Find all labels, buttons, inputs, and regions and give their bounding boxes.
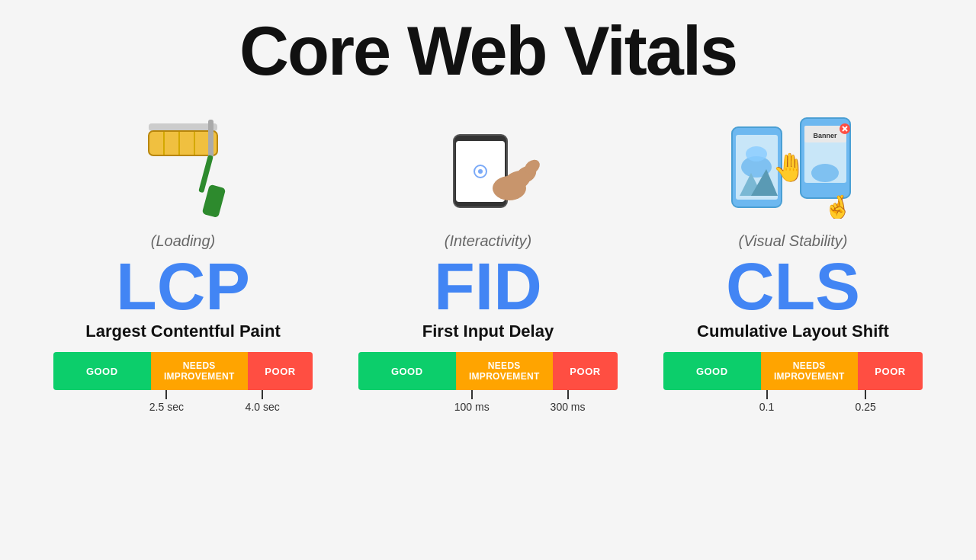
cls-marker-label-2: 0.25 — [856, 401, 876, 413]
lcp-marker-2: 4.0 sec — [246, 390, 280, 413]
svg-rect-7 — [202, 184, 226, 218]
lcp-category: (Loading) — [151, 232, 216, 250]
cls-marker-line-2 — [865, 390, 866, 399]
fid-bar-poor: POOR — [553, 352, 618, 390]
cls-markers: 0.1 0.25 — [663, 390, 923, 413]
cls-acronym: CLS — [726, 253, 860, 320]
cls-bar-good: GOOD — [663, 352, 761, 390]
lcp-marker-line-2 — [262, 390, 263, 399]
lcp-bar-poor: POOR — [248, 352, 313, 390]
lcp-bar-container: GOOD NEEDSIMPROVEMENT POOR 2.5 sec 4.0 s… — [53, 352, 313, 413]
lcp-marker-label-1: 2.5 sec — [149, 401, 184, 413]
svg-rect-1 — [149, 131, 217, 155]
fid-marker-1: 100 ms — [454, 390, 490, 413]
svg-rect-0 — [149, 123, 217, 131]
cls-name: Cumulative Layout Shift — [697, 322, 889, 341]
lcp-marker-1: 2.5 sec — [149, 390, 184, 413]
fid-marker-label-1: 100 ms — [454, 401, 490, 413]
lcp-bar-needs: NEEDSIMPROVEMENT — [151, 352, 249, 390]
fid-acronym: FID — [434, 253, 542, 320]
svg-text:🤚: 🤚 — [772, 151, 807, 184]
fid-marker-line-1 — [471, 390, 473, 399]
fid-metric-bar: GOOD NEEDSIMPROVEMENT POOR — [358, 352, 618, 390]
fid-bar-needs: NEEDSIMPROVEMENT — [456, 352, 554, 390]
fid-icon — [427, 104, 549, 226]
cls-metric-bar: GOOD NEEDSIMPROVEMENT POOR — [663, 352, 923, 390]
lcp-card: (Loading) LCP Largest Contentful Paint G… — [46, 97, 320, 560]
fid-marker-line-2 — [567, 390, 569, 399]
lcp-marker-line-1 — [165, 390, 167, 399]
lcp-acronym: LCP — [116, 253, 250, 320]
lcp-metric-bar: GOOD NEEDSIMPROVEMENT POOR — [53, 352, 313, 390]
lcp-icon — [133, 104, 233, 226]
fid-category: (Interactivity) — [445, 232, 531, 250]
cls-category: (Visual Stability) — [738, 232, 847, 250]
cls-card: Banner 🤚 🤞 (Visual Stability) CLS Cumula… — [656, 97, 930, 560]
lcp-name: Largest Contentful Paint — [85, 322, 280, 341]
page-title: Core Web Vitals — [239, 14, 737, 89]
cls-bar-needs: NEEDSIMPROVEMENT — [761, 352, 859, 390]
cls-marker-label-1: 0.1 — [759, 401, 774, 413]
cls-marker-line-1 — [766, 390, 768, 399]
fid-markers: 100 ms 300 ms — [358, 390, 618, 413]
cls-icon: Banner 🤚 🤞 — [724, 104, 862, 226]
fid-bar-good: GOOD — [358, 352, 456, 390]
svg-text:Banner: Banner — [813, 132, 837, 139]
svg-point-13 — [493, 176, 526, 200]
vitals-container: (Loading) LCP Largest Contentful Paint G… — [0, 97, 976, 560]
cls-marker-1: 0.1 — [759, 390, 774, 413]
fid-marker-label-2: 300 ms — [551, 401, 586, 413]
lcp-markers: 2.5 sec 4.0 sec — [53, 390, 313, 413]
lcp-marker-label-2: 4.0 sec — [246, 401, 280, 413]
fid-bar-container: GOOD NEEDSIMPROVEMENT POOR 100 ms 300 ms — [358, 352, 618, 413]
lcp-bar-good: GOOD — [53, 352, 151, 390]
svg-text:🤞: 🤞 — [824, 194, 852, 219]
svg-point-15 — [478, 169, 483, 174]
fid-card: (Interactivity) FID First Input Delay GO… — [351, 97, 625, 560]
cls-marker-2: 0.25 — [856, 390, 876, 413]
cls-bar-poor: POOR — [858, 352, 923, 390]
svg-rect-5 — [208, 120, 214, 158]
svg-point-29 — [811, 164, 839, 182]
fid-name: First Input Delay — [422, 322, 554, 341]
svg-point-19 — [746, 146, 767, 162]
cls-bar-container: GOOD NEEDSIMPROVEMENT POOR 0.1 0.25 — [663, 352, 923, 413]
fid-marker-2: 300 ms — [551, 390, 586, 413]
